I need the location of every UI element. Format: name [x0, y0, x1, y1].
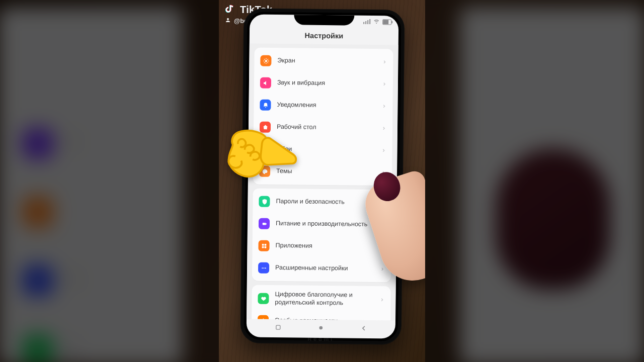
chevron-right-icon — [381, 170, 386, 175]
battery-icon — [259, 218, 270, 229]
settings-label: Питание и производительность — [276, 220, 374, 229]
svg-rect-4 — [262, 243, 264, 245]
chevron-right-icon — [382, 81, 387, 86]
svg-rect-7 — [264, 246, 266, 248]
settings-group: Пароли и безопасность Питание и производ… — [252, 189, 392, 283]
letterbox-right — [425, 0, 644, 362]
wifi-icon — [373, 18, 379, 25]
svg-point-11 — [263, 318, 264, 319]
video-frame: Пі Ра Ціро і TikTok @boss.blondie — [0, 0, 644, 362]
svg-point-8 — [262, 267, 263, 268]
settings-label: Экран — [277, 57, 376, 66]
settings-content: Экран Звук и вибрация Уведомления — [247, 43, 398, 320]
wallpaper-icon — [259, 144, 270, 155]
video-column: TikTok @boss.blondie Redmi Настройки — [219, 0, 425, 362]
letterbox-left — [0, 0, 219, 362]
settings-row-themes[interactable]: Темы — [253, 160, 392, 184]
svg-point-10 — [265, 267, 266, 268]
sound-icon — [260, 77, 271, 88]
settings-label: Уведомления — [277, 101, 375, 110]
chevron-right-icon — [379, 297, 384, 302]
settings-row-apps[interactable]: Приложения — [252, 235, 391, 258]
phone-screen: Настройки Экран Звук и вибрация — [247, 14, 399, 338]
svg-rect-2 — [262, 223, 266, 225]
chevron-right-icon — [379, 319, 384, 320]
chevron-right-icon — [381, 148, 386, 153]
display-icon — [260, 55, 271, 66]
settings-label: Рабочий стол — [277, 123, 375, 132]
settings-label: Обои — [276, 145, 375, 154]
chevron-right-icon — [380, 200, 385, 205]
notifications-icon — [260, 100, 271, 111]
wellbeing-icon — [258, 293, 269, 304]
user-icon — [225, 17, 231, 25]
android-navbar — [247, 320, 395, 335]
settings-label: Звук и вибрация — [277, 79, 376, 88]
settings-row-accessibility[interactable]: Особые возможности — [252, 310, 390, 321]
tiktok-logo-icon — [225, 3, 236, 16]
nav-home-button[interactable] — [310, 322, 332, 334]
svg-rect-3 — [266, 223, 266, 224]
settings-label: Расширенные настройки — [275, 264, 374, 273]
svg-point-13 — [319, 326, 323, 330]
battery-icon — [382, 19, 391, 25]
settings-row-sound[interactable]: Звук и вибрация — [254, 72, 393, 96]
chevron-right-icon — [380, 244, 385, 249]
themes-icon — [259, 166, 270, 177]
nav-back-button[interactable] — [353, 322, 375, 334]
chevron-right-icon — [380, 266, 385, 272]
security-icon — [259, 196, 270, 207]
chevron-right-icon — [381, 126, 386, 131]
settings-row-home[interactable]: Рабочий стол — [254, 116, 392, 140]
settings-label: Приложения — [275, 242, 374, 251]
settings-row-security[interactable]: Пароли и безопасность — [253, 191, 391, 214]
svg-rect-5 — [264, 243, 266, 245]
settings-row-battery[interactable]: Питание и производительность — [253, 213, 391, 236]
svg-point-0 — [265, 60, 267, 62]
home-icon — [260, 122, 271, 133]
svg-point-9 — [263, 267, 264, 268]
settings-label: Темы — [276, 167, 375, 176]
settings-row-display[interactable]: Экран — [254, 50, 393, 73]
chevron-right-icon — [380, 222, 385, 227]
svg-rect-12 — [276, 325, 280, 329]
settings-row-wallpaper[interactable]: Обои — [253, 138, 392, 162]
settings-group: Экран Звук и вибрация Уведомления — [253, 48, 393, 186]
settings-row-wellbeing[interactable]: Цифровое благополучие и родительский кон… — [252, 287, 390, 311]
chevron-right-icon — [381, 104, 386, 109]
signal-icon — [363, 19, 371, 24]
advanced-icon — [258, 262, 269, 274]
page-title: Настройки — [250, 26, 398, 45]
settings-row-advanced[interactable]: Расширенные настройки — [252, 257, 391, 281]
settings-group: Цифровое благополучие и родительский кон… — [252, 285, 391, 321]
settings-label: Цифровое благополучие и родительский кон… — [275, 291, 373, 307]
svg-rect-6 — [262, 246, 264, 248]
phone-device: Redmi Настройки Экран — [240, 8, 405, 344]
apps-icon — [258, 240, 269, 251]
phone-notch — [294, 14, 354, 25]
chevron-right-icon — [382, 59, 387, 64]
nav-recent-button[interactable] — [267, 321, 289, 333]
svg-rect-1 — [263, 147, 267, 151]
settings-row-notifications[interactable]: Уведомления — [254, 94, 392, 118]
settings-label: Пароли и безопасность — [276, 198, 374, 207]
